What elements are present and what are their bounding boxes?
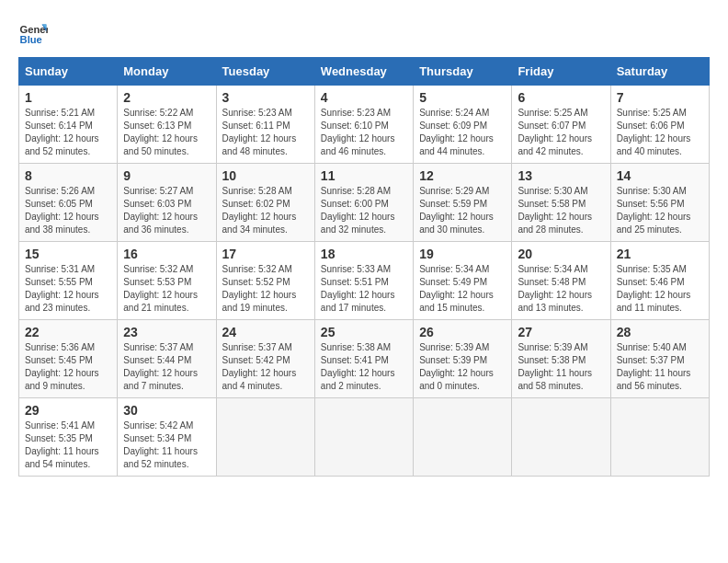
day-info: Sunrise: 5:34 AMSunset: 5:49 PMDaylight:… — [419, 263, 506, 315]
day-number: 8 — [25, 168, 111, 183]
day-number: 30 — [123, 403, 210, 418]
calendar-header-row: SundayMondayTuesdayWednesdayThursdayFrid… — [19, 58, 710, 86]
day-info: Sunrise: 5:25 AMSunset: 6:07 PMDaylight:… — [518, 107, 604, 158]
day-info: Sunrise: 5:34 AMSunset: 5:48 PMDaylight:… — [518, 263, 604, 315]
calendar-cell — [512, 398, 610, 477]
calendar-cell: 15Sunrise: 5:31 AMSunset: 5:55 PMDayligh… — [19, 242, 118, 320]
day-info: Sunrise: 5:31 AMSunset: 5:55 PMDaylight:… — [25, 263, 111, 315]
calendar-week-5: 29Sunrise: 5:41 AMSunset: 5:35 PMDayligh… — [19, 398, 710, 477]
day-info: Sunrise: 5:32 AMSunset: 5:52 PMDaylight:… — [222, 263, 309, 315]
calendar-cell: 14Sunrise: 5:30 AMSunset: 5:56 PMDayligh… — [610, 164, 709, 242]
calendar-week-4: 22Sunrise: 5:36 AMSunset: 5:45 PMDayligh… — [19, 320, 710, 398]
day-info: Sunrise: 5:28 AMSunset: 6:02 PMDaylight:… — [222, 185, 309, 236]
calendar-cell: 1Sunrise: 5:21 AMSunset: 6:14 PMDaylight… — [19, 86, 118, 164]
page-header: General Blue — [18, 18, 710, 48]
header-sunday: Sunday — [19, 58, 118, 86]
day-number: 11 — [321, 168, 407, 183]
day-number: 6 — [518, 90, 604, 105]
logo-icon: General Blue — [18, 18, 48, 48]
day-number: 21 — [617, 247, 703, 261]
day-info: Sunrise: 5:37 AMSunset: 5:42 PMDaylight:… — [222, 341, 309, 393]
calendar-cell: 7Sunrise: 5:25 AMSunset: 6:06 PMDaylight… — [610, 86, 709, 164]
day-info: Sunrise: 5:26 AMSunset: 6:05 PMDaylight:… — [25, 185, 111, 236]
day-number: 23 — [123, 325, 210, 339]
calendar-cell — [414, 398, 512, 477]
calendar-cell: 29Sunrise: 5:41 AMSunset: 5:35 PMDayligh… — [19, 398, 118, 477]
calendar-week-3: 15Sunrise: 5:31 AMSunset: 5:55 PMDayligh… — [19, 242, 710, 320]
day-info: Sunrise: 5:40 AMSunset: 5:37 PMDaylight:… — [617, 341, 703, 393]
calendar-cell: 12Sunrise: 5:29 AMSunset: 5:59 PMDayligh… — [414, 164, 512, 242]
calendar-cell: 20Sunrise: 5:34 AMSunset: 5:48 PMDayligh… — [512, 242, 610, 320]
day-info: Sunrise: 5:41 AMSunset: 5:35 PMDaylight:… — [25, 419, 111, 471]
day-info: Sunrise: 5:33 AMSunset: 5:51 PMDaylight:… — [321, 263, 407, 315]
calendar-cell: 4Sunrise: 5:23 AMSunset: 6:10 PMDaylight… — [314, 86, 413, 164]
day-number: 7 — [617, 90, 703, 105]
day-info: Sunrise: 5:22 AMSunset: 6:13 PMDaylight:… — [123, 107, 210, 158]
day-info: Sunrise: 5:27 AMSunset: 6:03 PMDaylight:… — [123, 185, 210, 236]
calendar-cell: 22Sunrise: 5:36 AMSunset: 5:45 PMDayligh… — [19, 320, 118, 398]
day-number: 20 — [518, 247, 604, 261]
header-tuesday: Tuesday — [216, 58, 314, 86]
day-number: 14 — [617, 168, 703, 183]
svg-text:Blue: Blue — [20, 34, 42, 45]
calendar-cell: 10Sunrise: 5:28 AMSunset: 6:02 PMDayligh… — [216, 164, 314, 242]
day-number: 3 — [222, 90, 309, 105]
day-number: 2 — [123, 90, 210, 105]
day-info: Sunrise: 5:23 AMSunset: 6:10 PMDaylight:… — [321, 107, 407, 158]
calendar-cell: 16Sunrise: 5:32 AMSunset: 5:53 PMDayligh… — [118, 242, 216, 320]
day-info: Sunrise: 5:25 AMSunset: 6:06 PMDaylight:… — [617, 107, 703, 158]
day-number: 18 — [321, 247, 407, 261]
day-info: Sunrise: 5:24 AMSunset: 6:09 PMDaylight:… — [419, 107, 506, 158]
calendar-cell: 18Sunrise: 5:33 AMSunset: 5:51 PMDayligh… — [314, 242, 413, 320]
calendar-cell — [610, 398, 709, 477]
calendar-body: 1Sunrise: 5:21 AMSunset: 6:14 PMDaylight… — [19, 86, 710, 477]
calendar-cell: 3Sunrise: 5:23 AMSunset: 6:11 PMDaylight… — [216, 86, 314, 164]
day-number: 10 — [222, 168, 309, 183]
calendar-week-2: 8Sunrise: 5:26 AMSunset: 6:05 PMDaylight… — [19, 164, 710, 242]
day-number: 24 — [222, 325, 309, 339]
calendar-cell: 8Sunrise: 5:26 AMSunset: 6:05 PMDaylight… — [19, 164, 118, 242]
day-info: Sunrise: 5:23 AMSunset: 6:11 PMDaylight:… — [222, 107, 309, 158]
header-friday: Friday — [512, 58, 610, 86]
day-info: Sunrise: 5:32 AMSunset: 5:53 PMDaylight:… — [123, 263, 210, 315]
day-info: Sunrise: 5:30 AMSunset: 5:58 PMDaylight:… — [518, 185, 604, 236]
day-info: Sunrise: 5:42 AMSunset: 5:34 PMDaylight:… — [123, 419, 210, 471]
header-wednesday: Wednesday — [314, 58, 413, 86]
day-number: 28 — [617, 325, 703, 339]
calendar-cell: 17Sunrise: 5:32 AMSunset: 5:52 PMDayligh… — [216, 242, 314, 320]
calendar-cell: 9Sunrise: 5:27 AMSunset: 6:03 PMDaylight… — [118, 164, 216, 242]
calendar-table: SundayMondayTuesdayWednesdayThursdayFrid… — [18, 57, 710, 477]
day-number: 15 — [25, 247, 111, 261]
day-number: 25 — [321, 325, 407, 339]
calendar-cell: 30Sunrise: 5:42 AMSunset: 5:34 PMDayligh… — [118, 398, 216, 477]
calendar-cell — [216, 398, 314, 477]
day-info: Sunrise: 5:37 AMSunset: 5:44 PMDaylight:… — [123, 341, 210, 393]
day-number: 9 — [123, 168, 210, 183]
day-number: 27 — [518, 325, 604, 339]
day-info: Sunrise: 5:28 AMSunset: 6:00 PMDaylight:… — [321, 185, 407, 236]
day-info: Sunrise: 5:39 AMSunset: 5:39 PMDaylight:… — [419, 341, 506, 393]
header-monday: Monday — [118, 58, 216, 86]
day-number: 17 — [222, 247, 309, 261]
calendar-cell: 25Sunrise: 5:38 AMSunset: 5:41 PMDayligh… — [314, 320, 413, 398]
calendar-cell: 27Sunrise: 5:39 AMSunset: 5:38 PMDayligh… — [512, 320, 610, 398]
calendar-week-1: 1Sunrise: 5:21 AMSunset: 6:14 PMDaylight… — [19, 86, 710, 164]
day-number: 26 — [419, 325, 506, 339]
calendar-cell: 24Sunrise: 5:37 AMSunset: 5:42 PMDayligh… — [216, 320, 314, 398]
day-number: 29 — [25, 403, 111, 418]
day-number: 1 — [25, 90, 111, 105]
day-number: 22 — [25, 325, 111, 339]
day-info: Sunrise: 5:30 AMSunset: 5:56 PMDaylight:… — [617, 185, 703, 236]
day-number: 4 — [321, 90, 407, 105]
day-number: 13 — [518, 168, 604, 183]
day-info: Sunrise: 5:21 AMSunset: 6:14 PMDaylight:… — [25, 107, 111, 158]
calendar-cell: 19Sunrise: 5:34 AMSunset: 5:49 PMDayligh… — [414, 242, 512, 320]
calendar-cell: 13Sunrise: 5:30 AMSunset: 5:58 PMDayligh… — [512, 164, 610, 242]
day-number: 5 — [419, 90, 506, 105]
logo: General Blue — [18, 18, 48, 48]
calendar-cell: 23Sunrise: 5:37 AMSunset: 5:44 PMDayligh… — [118, 320, 216, 398]
day-number: 16 — [123, 247, 210, 261]
day-number: 19 — [419, 247, 506, 261]
calendar-cell: 5Sunrise: 5:24 AMSunset: 6:09 PMDaylight… — [414, 86, 512, 164]
header-thursday: Thursday — [414, 58, 512, 86]
